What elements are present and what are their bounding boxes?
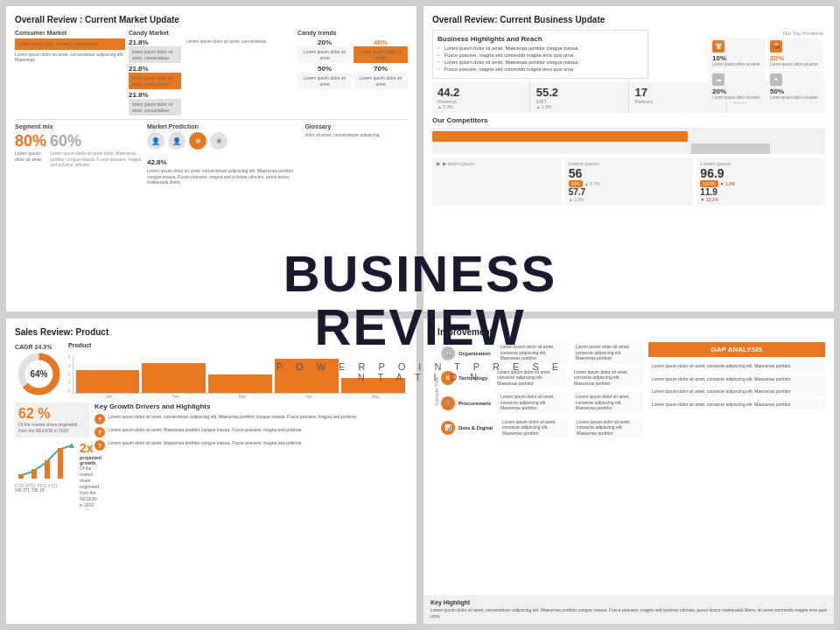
- cm-pct2: Lorem ipsum dolor sit amet, consectetuer: [186, 38, 267, 63]
- svg-rect-2: [18, 474, 24, 479]
- kgd-item-2: ? Lorem ipsum dolor sit amet, Maecenas p…: [94, 427, 408, 438]
- slide-2: Overall Review: Current Business Update …: [423, 5, 835, 312]
- cm-pct3: 21.8% lorem ipsum dolor sit amet, consec…: [129, 65, 181, 89]
- dots-icon: ✦: [770, 74, 782, 86]
- gap-cell-1: Lorem ipsum dolor sit amet, consecte adi…: [648, 360, 825, 372]
- market-prediction: Market Prediction 👤 👤 ❄ ❄ 42.8% Lorem ip…: [147, 123, 301, 186]
- sample-title-label: Sample Title: [432, 377, 441, 406]
- candy-market: Candy Market 21.8% lorem ipsum dolor sit…: [129, 30, 294, 116]
- kpi-ebit: 55.2 EBIT ▲ 1.8%: [531, 82, 629, 113]
- growth-area: FY20 FY21 FY22 FY21 140 271 700 18: [15, 441, 89, 508]
- row-technology: ⚙ Technology Lorem ipsum dolor sit amet,…: [441, 368, 643, 390]
- bullet4: Fusce posuere, magna sed commodo magna e…: [438, 66, 643, 72]
- top-products-panel: Our Top Products 👕 10% Lorem ipsum dolor…: [710, 31, 823, 102]
- kgd-item-1: ? Lorem ipsum dolor sit amet, consectetu…: [94, 414, 408, 424]
- donut-area: CAGR 24.3% 64% Product 4 3 2 1: [15, 342, 408, 399]
- ct-box4: 70% Lorem ipsum dolor sit amet: [354, 65, 408, 89]
- comp1-sub: 57.7: [569, 187, 690, 197]
- slide4-left: Sample Title 🏢 Organization Lorem ipsum …: [432, 342, 648, 442]
- market-prediction-label: Market Prediction: [147, 123, 301, 130]
- bar-feb: [142, 363, 206, 393]
- cm-pct4: 21.8% lorem ipsum dolor sit amet, consec…: [129, 91, 181, 116]
- competitors-title: Our Competitors: [432, 116, 825, 124]
- comp2-sub: 11.9: [700, 187, 821, 197]
- snowflake-icon: ❄: [189, 132, 206, 150]
- svg-rect-4: [45, 460, 50, 479]
- tp-grid: 👕 10% Lorem ipsum dolor sit amet 📦 20% L…: [710, 38, 823, 102]
- bullet3: Lorem ipsum dolor sit amet, Maecenas por…: [438, 60, 643, 65]
- cagr-label-wrap: CAGR 24.3% 64%: [15, 344, 63, 398]
- kgd-q3: ?: [94, 440, 105, 451]
- consumer-market: Consumer Market Lorem ipsum dolor sit am…: [15, 30, 125, 116]
- badge1: 10%: [569, 180, 583, 187]
- slide-3: Sales Review: Product CAGR 24.3% 64% Pro…: [5, 318, 417, 625]
- candy-market-label: Candy Market: [129, 30, 294, 36]
- tp-cell3: ☁ 20% Lorem ipsum dolor sit amet: [710, 71, 766, 102]
- tp-cell4: ✦ 50% Lorem ipsum dolor sit amet: [767, 71, 823, 102]
- bullet2: Fusce posuere, magna sed commodo magna e…: [438, 52, 643, 58]
- slide1-title: Overall Review : Current Market Update: [15, 15, 408, 24]
- comp-card-ipsum: ▶ ▶ lorem ipsum: [432, 158, 562, 206]
- table-rows: 🏢 Organization Lorem ipsum dolor sit ame…: [441, 342, 643, 442]
- tp-cell2: 📦 20% Lorem ipsum dolor sit amet: [767, 38, 823, 69]
- kgd-q1: ?: [94, 414, 105, 424]
- slide1-bottom-row: Segment mix 80% Lorem ipsum dolor sit am…: [15, 123, 408, 186]
- comp-card-1: Lorem Ipsum 56 10% ▲ 5.7% 57.7 ▲ 2.2%: [564, 158, 694, 206]
- bar-jan: [76, 370, 140, 393]
- candy-trends-label: Candy trends: [298, 30, 408, 36]
- bar-chart: 4 3 2 1 0: [68, 350, 408, 394]
- ct-box2: 40% Lorem ipsum dolor sit amet: [354, 38, 408, 63]
- gap-cell-2: Lorem ipsum dolor sit amet, consecte adi…: [648, 374, 825, 385]
- table-section: Sample Title 🏢 Organization Lorem ipsum …: [432, 342, 643, 442]
- slide-4: : Improvement Sample Title 🏢 Organizatio…: [423, 318, 835, 625]
- slide4-right: GAP ANALYSIS Lorem ipsum dolor sit amet,…: [648, 342, 825, 411]
- bar-mar: [208, 374, 272, 394]
- gap-cell-4: Lorem ipsum dolor sit amet, consecte adi…: [648, 399, 825, 410]
- seg-80: 80% Lorem ipsum dolor sit amet: [15, 132, 46, 162]
- kgd-item-3: ? Lorem ipsum dolor sit amet, Maecenas p…: [94, 440, 408, 451]
- mp-pct: 42.8% Lorem ipsum dolor sit amet, consec…: [147, 152, 301, 186]
- data-icon: 📊: [441, 421, 455, 435]
- gap-analysis-title: GAP ANALYSIS: [648, 342, 825, 357]
- svg-rect-3: [32, 469, 37, 479]
- comp-grid: ▶ ▶ lorem ipsum Lorem Ipsum 56 10% ▲ 5.7…: [432, 158, 825, 206]
- svg-rect-5: [58, 448, 63, 479]
- candy-trends: Candy trends 20% Lorem ipsum dolor sit a…: [298, 30, 408, 116]
- tp-cell1: 👕 10% Lorem ipsum dolor sit amet: [710, 38, 766, 69]
- proc-icon: 🛒: [441, 396, 455, 410]
- comp-bar-1: [432, 131, 688, 142]
- main-grid: Overall Review : Current Market Update C…: [0, 0, 840, 630]
- cm-box1: Lorem ipsum dolor sit amet, consectetuer: [15, 38, 125, 50]
- glossary: Glossary dolor sit amet, consectetuer ad…: [304, 123, 408, 186]
- cagr-label: CAGR 24.3%: [15, 344, 63, 350]
- market-share-box: 62 % Of the market share originated from…: [15, 402, 89, 438]
- slide4-content: Sample Title 🏢 Organization Lorem ipsum …: [432, 342, 825, 442]
- tech-icon: ⚙: [441, 371, 455, 385]
- slide-1: Overall Review : Current Market Update C…: [5, 5, 417, 312]
- bar-apr: [275, 359, 339, 393]
- key-highlight-text: Lorem ipsum dolor sit amet, consectetuer…: [430, 607, 827, 620]
- slide3-right: Key Growth Drivers and Highlights ? Lore…: [94, 402, 408, 508]
- top-products-label: Our Top Products: [710, 31, 823, 36]
- glossary-label: Glossary: [304, 123, 408, 130]
- kgd-q2: ?: [94, 427, 105, 438]
- comp-bars: [432, 128, 825, 154]
- highlights-title: Business Highlights and Reach: [438, 35, 643, 43]
- slide2-title: Overall Review: Current Business Update: [432, 15, 825, 24]
- bar-xlabels: Jan Feb Mar Apr May: [68, 394, 408, 399]
- cm-pct1: 21.8% lorem ipsum dolor sit amet, consec…: [129, 38, 181, 63]
- slide3-title: Sales Review: Product: [15, 327, 408, 337]
- key-highlight-title: Key Highlight: [430, 599, 827, 606]
- slide3-left: 62 % Of the market share originated from…: [15, 402, 89, 508]
- person-icon: 👤: [147, 132, 164, 150]
- seg-60: 60% Lorem ipsum dolor sit amet dolor. Ma…: [50, 132, 144, 168]
- growth-chart-svg: [15, 441, 76, 480]
- row-organization: 🏢 Organization Lorem ipsum dolor sit ame…: [441, 342, 643, 365]
- row-data-digital: 📊 Data & Digital Lorem ipsum dolor sit a…: [441, 417, 643, 440]
- ct-box3: 50% Lorem ipsum dolor sit amet: [298, 65, 352, 89]
- segment-mix-label: Segment mix: [15, 123, 144, 130]
- comp3-pct1: ▼ 13.1%: [700, 197, 718, 202]
- bullet1: Lorem ipsum dolor sit amet, Maecenas por…: [438, 46, 643, 51]
- bar-may: [341, 378, 405, 393]
- product-chart: Product 4 3 2 1 0: [68, 342, 408, 399]
